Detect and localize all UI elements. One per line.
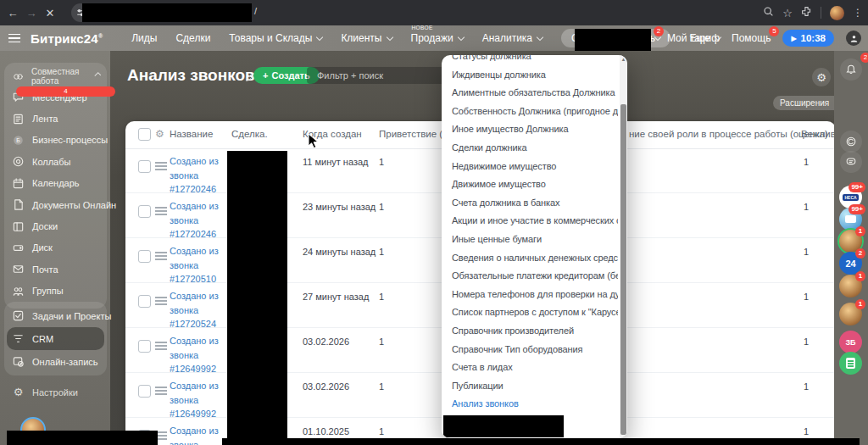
nav-deals[interactable]: Сделки <box>175 32 210 44</box>
dropdown-item[interactable]: Иждивенцы должника <box>442 66 618 85</box>
drag-handle-icon[interactable] <box>155 342 167 350</box>
nav-clients[interactable]: Клиенты <box>341 32 392 44</box>
dropdown-item[interactable]: Статусы должника <box>442 55 618 66</box>
dropdown-item[interactable]: Иное имущество Должника <box>442 120 618 139</box>
url-path: / <box>254 6 257 16</box>
dropdown-item[interactable]: Публикации <box>442 377 618 396</box>
col-deal[interactable]: Сделка. <box>231 129 268 139</box>
dropdown-item[interactable]: Список партнеров с доступом к "Карусели … <box>442 303 618 322</box>
select-all-checkbox[interactable] <box>138 128 151 141</box>
sidebar-group-header[interactable]: Совместная работа <box>4 66 107 86</box>
row-checkbox[interactable] <box>138 250 151 263</box>
sidebar-item-feed[interactable]: Лента <box>4 108 107 129</box>
contact-avatar[interactable]: 1 <box>839 275 862 298</box>
drag-handle-icon[interactable] <box>155 252 167 260</box>
sidebar-item-tasks[interactable]: Задачи и Проекты <box>4 304 107 327</box>
sidebar-item-crm[interactable]: CRM <box>7 327 104 350</box>
scrollbar-thumb[interactable] <box>620 104 626 435</box>
brand-logo[interactable]: Битрикс24® <box>31 31 103 46</box>
contact-avatar[interactable]: 1 <box>839 303 862 325</box>
help-button[interactable]: Помощь5 <box>732 32 771 44</box>
drag-handle-icon[interactable] <box>155 207 167 215</box>
sidebar-item-documents[interactable]: Документы Онлайн <box>4 194 107 215</box>
messenger-badge: 4 <box>16 86 115 97</box>
dropdown-scrollbar[interactable]: ▲ <box>620 55 627 438</box>
nav-products[interactable]: Товары и Склады <box>229 32 322 44</box>
sidebar-item-collabs[interactable]: Коллабы <box>4 151 107 172</box>
dropdown-item[interactable]: Собственность Должника (пригодное для пр… <box>442 103 618 121</box>
plus-icon: + <box>263 70 268 81</box>
sidebar-item-online-booking[interactable]: Онлайн-запись <box>4 350 107 373</box>
nav-leads[interactable]: Лиды <box>131 32 157 44</box>
sidebar-item-groups[interactable]: Группы <box>4 281 107 302</box>
dropdown-item[interactable]: Алиментные обязательства Должника <box>442 84 618 103</box>
sidebar-item-disk[interactable]: Диск <box>4 237 107 259</box>
tasks-icon <box>11 309 25 322</box>
dropdown-item[interactable]: Счета должника в банках <box>442 194 618 213</box>
dropdown-item[interactable]: Справочник производителей <box>442 322 618 341</box>
dropdown-item[interactable] <box>443 415 564 437</box>
sidebar-item-settings[interactable]: ⚙ Настройки <box>4 381 107 403</box>
neca-logo: НЕСА <box>843 194 858 201</box>
extensions-icon[interactable] <box>801 5 812 20</box>
forward-icon[interactable]: → <box>22 7 41 19</box>
drag-handle-icon[interactable] <box>155 162 167 170</box>
row-checkbox[interactable] <box>138 160 151 173</box>
row-checkbox[interactable] <box>138 340 151 353</box>
support-icon[interactable] <box>840 131 862 153</box>
dropdown-item[interactable]: Недвижимое имущество <box>442 158 618 176</box>
politeness-score: 1 <box>804 337 809 347</box>
columns-gear-icon[interactable]: ⚙ <box>155 128 164 140</box>
sidebar-item-messenger[interactable]: 4 Мессенджер <box>4 86 107 108</box>
dropdown-item[interactable]: Счета в лидах <box>442 359 618 377</box>
sidebar-item-boards[interactable]: Доски <box>4 215 107 236</box>
chevron-down-icon <box>386 33 392 40</box>
dropdown-item[interactable]: Справочник Тип оборудования <box>442 341 618 359</box>
app-avatar-doc[interactable] <box>839 352 862 375</box>
dropdown-item[interactable]: Обязательные платежи кредиторам (без пре… <box>442 267 618 286</box>
col-role[interactable]: ние своей роли в процессе работы (оценка… <box>629 129 828 139</box>
user-avatar-icon[interactable] <box>846 31 861 46</box>
time-tracker[interactable]: ▶10:38 <box>782 30 834 47</box>
settings-gear-icon[interactable]: ⚙ <box>812 68 831 86</box>
app-avatar-zb[interactable]: ЗБ <box>839 331 862 353</box>
tariff-button[interactable]: Мой тариф <box>667 32 720 44</box>
drag-handle-icon[interactable] <box>155 387 167 395</box>
browser-profile-avatar[interactable] <box>830 6 844 20</box>
back-icon[interactable]: ← <box>3 7 22 19</box>
chevron-down-icon <box>457 33 464 40</box>
close-icon[interactable]: ✕ <box>41 7 59 19</box>
sidebar-item-mail[interactable]: Почта <box>4 259 107 280</box>
nav-sales[interactable]: НОВОЕПродажи <box>411 32 464 44</box>
sidebar-item-business-processes[interactable]: Б Бизнес-процессы <box>4 130 107 151</box>
dropdown-item[interactable]: Движимое имущество <box>442 175 618 194</box>
created-cell: 03.02.2026 <box>303 381 349 392</box>
chevron-up-icon <box>95 72 102 79</box>
dropdown-item[interactable]: Сделки должника <box>442 139 618 158</box>
dropdown-item[interactable]: Анализ звонков <box>442 395 618 414</box>
sidebar-item-calendar[interactable]: Календарь <box>4 173 107 194</box>
nav-analytics[interactable]: Аналитика <box>482 32 542 44</box>
chat-lines-icon[interactable] <box>840 151 862 173</box>
dropdown-item[interactable]: Акции и иное участие в коммерческих орга… <box>442 212 618 231</box>
screen: ← → ✕ / ☆ ⋮ Битрикс24® Лиды Сделки Товар… <box>0 0 868 445</box>
new-tag: НОВОЕ <box>412 25 433 31</box>
sidebar-group-collaboration: Совместная работа 4 Мессенджер Лента Б Б… <box>4 63 107 309</box>
notifications-bell-icon[interactable]: 2 <box>840 58 862 81</box>
row-checkbox[interactable] <box>138 205 151 218</box>
dropdown-item[interactable]: Номера телефонов для проверки на дубль <box>442 286 618 304</box>
play-icon: ▶ <box>791 35 796 42</box>
redacted-nav-item <box>575 29 651 51</box>
row-checkbox[interactable] <box>138 385 151 398</box>
zoom-icon[interactable] <box>763 5 774 20</box>
col-politeness[interactable]: Вежлив <box>801 129 836 139</box>
menu-burger-icon[interactable] <box>8 34 20 43</box>
row-checkbox[interactable] <box>138 295 151 308</box>
dropdown-item[interactable]: Иные ценные бумаги <box>442 231 618 249</box>
brand-trademark: ® <box>98 33 103 39</box>
drag-handle-icon[interactable] <box>155 297 167 305</box>
browser-menu-icon[interactable]: ⋮ <box>853 7 863 19</box>
col-name[interactable]: Название <box>170 129 213 139</box>
bookmark-star-icon[interactable]: ☆ <box>782 7 793 19</box>
dropdown-item[interactable]: Сведения о наличных денежных средствах и… <box>442 249 618 268</box>
